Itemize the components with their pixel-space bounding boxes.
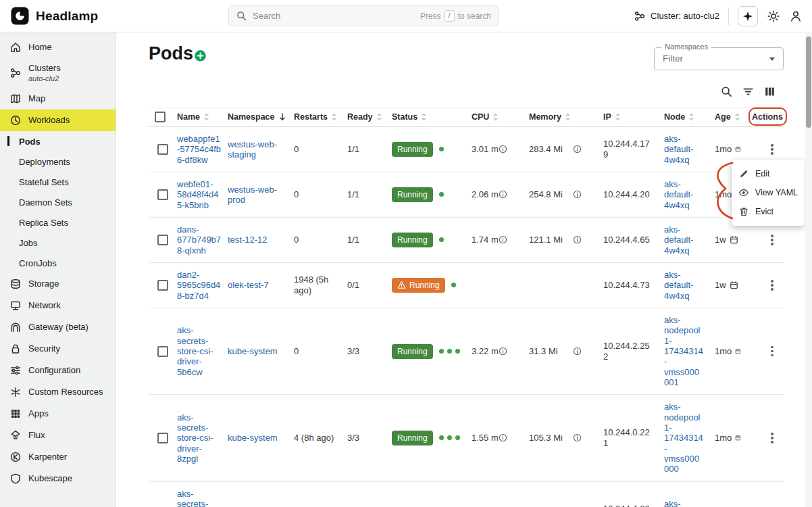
sort-button[interactable]: [203, 112, 209, 122]
create-pod-button[interactable]: [193, 49, 207, 65]
headlamp-app: Headlamp Search Press / to search Cluste…: [0, 0, 812, 507]
settings-button[interactable]: [767, 9, 780, 23]
metric-info-icon: [499, 347, 507, 356]
menu-item-edit[interactable]: Edit: [732, 164, 805, 183]
sidebar-item-configuration[interactable]: Configuration: [0, 360, 116, 381]
menu-item-view-yaml[interactable]: View YAML: [732, 183, 805, 202]
namespace-link[interactable]: westus-web-prod: [228, 185, 293, 206]
row-checkbox[interactable]: [157, 144, 168, 155]
sidebar-item-gateway-beta[interactable]: Gateway (beta): [0, 316, 116, 338]
namespace-link[interactable]: kube-system: [228, 433, 278, 443]
row-checkbox[interactable]: [157, 280, 168, 291]
sidebar-item-karpenter[interactable]: Karpenter: [0, 446, 116, 468]
row-actions-menu: EditView YAMLEvict: [732, 160, 805, 226]
hint-press: Press: [420, 11, 441, 21]
pod-name-link[interactable]: webappfe1-57754c4fb6-df8kw: [177, 134, 222, 165]
row-actions-button[interactable]: [764, 343, 780, 360]
sort-button[interactable]: [331, 112, 337, 122]
scrollbar[interactable]: [805, 33, 812, 507]
row-actions-button[interactable]: [764, 277, 780, 293]
sort-icon: [688, 112, 694, 122]
sidebar-item-workloads[interactable]: Workloads: [0, 110, 116, 131]
sidebar-item-stateful-sets[interactable]: Stateful Sets: [0, 172, 116, 192]
metric-info-icon: [499, 235, 507, 244]
row-checkbox[interactable]: [157, 346, 168, 357]
pod-name-link[interactable]: dan2-5965c96d48-bz7d4: [177, 270, 222, 301]
menu-item-label: Edit: [755, 169, 770, 178]
sidebar-item-clusters[interactable]: Clustersauto-clu2: [0, 58, 116, 88]
sort-button[interactable]: [565, 112, 571, 122]
sidebar-item-map[interactable]: Map: [0, 88, 116, 110]
sidebar-item-storage[interactable]: Storage: [0, 273, 116, 295]
sort-button[interactable]: [376, 112, 382, 122]
node-link[interactable]: aks-nodepool1-17434314-vmss000000: [664, 402, 704, 474]
sort-button[interactable]: [688, 112, 694, 122]
sidebar-item-flux[interactable]: Flux: [0, 425, 116, 446]
namespace-filter-dropdown[interactable]: Namespaces Filter: [654, 47, 784, 70]
age-value: 1mo: [715, 346, 732, 356]
sort-button[interactable]: [492, 112, 499, 122]
table-search-button[interactable]: [720, 85, 733, 98]
pod-name-link[interactable]: aks-secrets-store-csi-driver-5b6cw: [177, 325, 222, 377]
row-checkbox[interactable]: [157, 189, 168, 200]
node-link[interactable]: aks-default-4w4xq: [664, 134, 704, 165]
sort-button[interactable]: [421, 112, 427, 122]
sidebar-item-kubescape[interactable]: Kubescape: [0, 468, 116, 489]
pod-name-link[interactable]: webfe01-58d48f4d45-k5bnb: [177, 179, 222, 210]
namespace-link[interactable]: olek-test-7: [228, 280, 269, 290]
network-icon: [9, 299, 22, 312]
table-filter-button[interactable]: [742, 85, 755, 98]
node-link[interactable]: aks-nodepool1-17434314-vmss000001: [664, 315, 704, 387]
table-columns-button[interactable]: [763, 85, 776, 98]
sidebar-item-custom-resources[interactable]: Custom Resources: [0, 381, 116, 403]
node-link[interactable]: aks-default-4w4xq: [664, 179, 704, 210]
sort-icon: [376, 112, 382, 122]
row-actions-button[interactable]: [764, 430, 780, 446]
namespace-link[interactable]: test-12-12: [228, 235, 268, 245]
menu-item-evict[interactable]: Evict: [732, 202, 805, 221]
sidebar-item-home[interactable]: Home: [0, 37, 116, 58]
brand[interactable]: Headlamp: [0, 7, 98, 25]
namespace-link[interactable]: kube-system: [228, 346, 278, 356]
row-actions-button[interactable]: [764, 141, 780, 158]
sidebar-item-network[interactable]: Network: [0, 295, 116, 316]
node-link[interactable]: aks-default-4w4xq: [664, 224, 704, 256]
column-header-label: Ready: [347, 112, 373, 122]
sidebar-item-replica-sets[interactable]: Replica Sets: [0, 212, 116, 233]
namespace-link[interactable]: westus-web-staging: [228, 139, 293, 160]
sort-desc-button[interactable]: [278, 112, 286, 122]
sidebar-item-cronjobs[interactable]: CronJobs: [0, 253, 116, 273]
account-button[interactable]: [789, 9, 803, 23]
cluster-selector[interactable]: Cluster: auto-clu2: [634, 10, 719, 22]
sidebar-item-apps[interactable]: Apps: [0, 403, 116, 425]
row-checkbox[interactable]: [157, 433, 168, 443]
sidebar-item-daemon-sets[interactable]: Daemon Sets: [0, 192, 116, 212]
table-row: aks-secrets-store-csi-driver-5b6cwkube-s…: [149, 308, 784, 395]
node-link[interactable]: aks-default-4w4xq: [664, 270, 704, 301]
scrollbar-thumb[interactable]: [806, 37, 811, 128]
sidebar-item-security[interactable]: Security: [0, 338, 116, 360]
sort-button[interactable]: [734, 112, 740, 122]
row-actions-button[interactable]: [764, 232, 780, 248]
pod-name-link[interactable]: aks-secrets-store-csi-driver-rh269: [177, 489, 222, 507]
sidebar-item-label: Apps: [28, 409, 49, 419]
status-badge: Running: [392, 233, 433, 247]
column-header-label: Node: [664, 112, 685, 122]
metric-info-icon: [573, 145, 582, 153]
select-all-checkbox[interactable]: [155, 112, 166, 122]
sidebar-item-label: Storage: [28, 279, 59, 289]
pod-name-link[interactable]: dans-677b749b78-qlxnh: [177, 224, 222, 256]
sidebar-item-label: Network: [28, 301, 61, 311]
sidebar-nav: HomeClustersauto-clu2MapWorkloadsPodsDep…: [0, 32, 116, 507]
sidebar-item-pods[interactable]: Pods: [0, 131, 116, 151]
global-search-input[interactable]: Search Press / to search: [228, 5, 499, 26]
cpu-value: 3.01 m: [472, 144, 499, 155]
pod-name-link[interactable]: aks-secrets-store-csi-driver-8zpgl: [177, 412, 222, 464]
sidebar-item-deployments[interactable]: Deployments: [0, 151, 116, 172]
sidebar-item-jobs[interactable]: Jobs: [0, 233, 116, 253]
row-checkbox[interactable]: [157, 235, 168, 245]
sparkle-button[interactable]: [738, 6, 758, 26]
node-link[interactable]: aks-default-4w4xq: [664, 499, 704, 507]
sort-button[interactable]: [615, 112, 621, 122]
lock-icon: [9, 343, 22, 355]
